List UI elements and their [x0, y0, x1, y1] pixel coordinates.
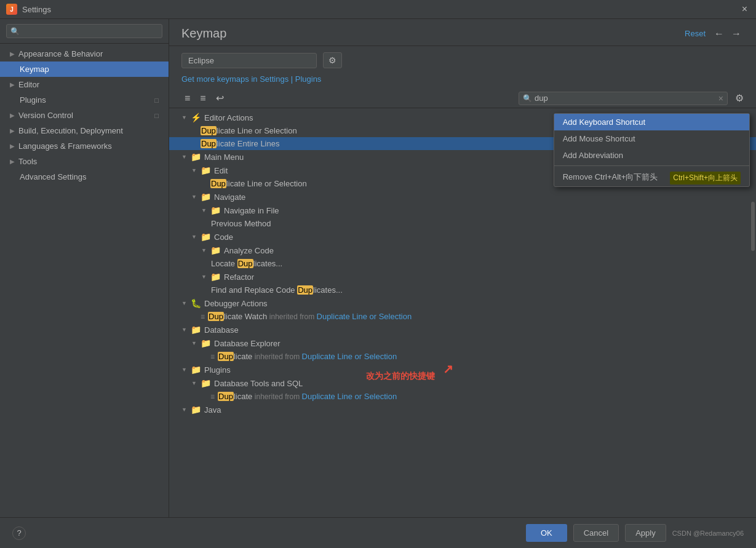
tree-label: Previous Method [211, 219, 271, 228]
arrow-icon: ▶ [10, 81, 15, 88]
gear-button[interactable]: ⚙ [323, 52, 342, 68]
forward-button[interactable]: → [729, 27, 744, 41]
content-area: Keymap Reset ← → Eclipse ⚙ Get more keym… [169, 19, 756, 517]
tree-item-dup-watch[interactable]: ≡ Duplicate Watch inherited from Duplica… [169, 310, 756, 323]
sidebar-item-plugins[interactable]: Plugins □ [0, 92, 169, 108]
reset-button[interactable]: Reset [685, 29, 706, 38]
tree-label: Duplicate Line or Selection [201, 126, 297, 135]
collapse-all-button[interactable]: ≡ [197, 92, 209, 105]
sidebar-label: Tools [18, 157, 37, 166]
expand-icon: ▼ [181, 367, 188, 373]
context-menu-add-abbreviation[interactable]: Add Abbreviation [554, 147, 749, 164]
content-header: Keymap Reset ← → [169, 19, 756, 46]
ok-button[interactable]: OK [526, 524, 567, 542]
tree-label: Refactor [224, 272, 254, 282]
folder-icon: 📁 [191, 325, 201, 335]
inherited-link[interactable]: Duplicate Line or Selection [302, 392, 397, 401]
sidebar-item-advanced[interactable]: Advanced Settings [0, 169, 169, 185]
back-button[interactable]: ← [712, 27, 726, 41]
tree-label: Duplicate Line or Selection [210, 179, 307, 188]
inherited-link[interactable]: Duplicate Line or Selection [317, 312, 412, 321]
arrow-icon: ▶ [10, 127, 15, 134]
sidebar-label: Version Control [18, 111, 73, 120]
sidebar-search-wrap[interactable]: 🔍 [6, 24, 162, 38]
tree-group-navigate[interactable]: ▼ 📁 Navigate [169, 190, 756, 204]
tree-group-analyze-code[interactable]: ▼ 📁 Analyze Code [169, 244, 756, 257]
highlight-dup: Dup [237, 259, 253, 268]
tree-group-code[interactable]: ▼ 📁 Code [169, 230, 756, 244]
plugin-badge: □ [154, 97, 159, 104]
sidebar-item-vcs[interactable]: ▶ Version Control □ [0, 108, 169, 123]
expand-icon: ▼ [181, 114, 188, 121]
tree-label: Debugger Actions [204, 299, 268, 308]
sidebar-items-list: ▶ Appearance & Behavior Keymap ▶ Editor … [0, 44, 169, 517]
close-button[interactable]: × [739, 4, 750, 15]
scrollbar-thumb[interactable] [751, 202, 755, 251]
tree-group-database[interactable]: ▼ 📁 Database [169, 323, 756, 336]
folder-icon: 📁 [210, 272, 221, 282]
tree-label: Plugins [204, 365, 231, 375]
folder-icon: 📁 [191, 152, 201, 162]
context-menu-add-mouse-shortcut[interactable]: Add Mouse Shortcut [554, 130, 749, 147]
expand-icon: ▼ [181, 327, 188, 333]
expand-icon: ▼ [201, 274, 207, 280]
tree-label: Duplicate inherited from Duplicate Line … [218, 352, 397, 361]
highlight-dup: Dup [218, 352, 234, 361]
tree-item-find-replace-dup[interactable]: Find and Replace Code Duplicates... [169, 284, 756, 296]
inherited-link[interactable]: Duplicate Line or Selection [302, 352, 397, 361]
sidebar-item-appearance[interactable]: ▶ Appearance & Behavior [0, 46, 169, 62]
keymap-search-input[interactable] [535, 93, 716, 103]
search-settings-button[interactable]: ⚙ [735, 92, 744, 104]
apply-button[interactable]: Apply [625, 524, 666, 542]
tree-item-plugin-dup[interactable]: ≡ Duplicate inherited from Duplicate Lin… [169, 390, 756, 403]
tree-label: Navigate [214, 193, 245, 202]
window-title: Settings [22, 5, 51, 14]
folder-icon: 📁 [201, 192, 211, 202]
tree-group-debugger-actions[interactable]: ▼ 🐛 Debugger Actions [169, 296, 756, 310]
tree-group-navigate-in-file[interactable]: ▼ 📁 Navigate in File [169, 204, 756, 217]
bottom-bar: ? OK Cancel Apply CSDN @Redamancy06 [0, 517, 756, 548]
expand-all-button[interactable]: ≡ [181, 92, 193, 105]
expand-icon: ▼ [191, 340, 197, 346]
expand-icon: ▼ [181, 407, 188, 413]
keymap-search-wrap[interactable]: 🔍 × [519, 92, 728, 105]
tree-label: Code [214, 232, 233, 242]
tree-group-db-explorer[interactable]: ▼ 📁 Database Explorer [169, 336, 756, 350]
sidebar-item-editor[interactable]: ▶ Editor [0, 77, 169, 92]
sidebar-item-build[interactable]: ▶ Build, Execution, Deployment [0, 123, 169, 138]
context-menu-add-keyboard-shortcut[interactable]: Add Keyboard Shortcut [554, 114, 749, 130]
arrow-icon: ▶ [10, 158, 15, 165]
keymap-link-row: Get more keymaps in Settings | Plugins [169, 74, 756, 89]
remove-label: Remove Ctrl+Alt+向下箭头 [563, 172, 658, 181]
sidebar-search-input[interactable] [22, 26, 158, 36]
tree-item-previous-method[interactable]: Previous Method [169, 217, 756, 230]
get-more-keymaps-link[interactable]: Get more keymaps in Settings | Plugins [181, 74, 321, 84]
tree-item-db-dup[interactable]: ≡ Duplicate inherited from Duplicate Lin… [169, 350, 756, 363]
app-icon: J [6, 4, 17, 15]
keymap-select[interactable]: Eclipse [181, 53, 317, 68]
tree-label: Editor Actions [204, 113, 253, 122]
sidebar-label: Appearance & Behavior [18, 49, 103, 58]
sidebar-item-languages[interactable]: ▶ Languages & Frameworks [0, 138, 169, 154]
sidebar-label: Languages & Frameworks [18, 141, 112, 151]
debugger-icon: 🐛 [191, 298, 201, 308]
folder-icon: 📁 [210, 245, 221, 255]
restore-button[interactable]: ↩ [213, 91, 227, 105]
tree-group-java[interactable]: ▼ 📁 Java [169, 403, 756, 416]
sidebar-item-tools[interactable]: ▶ Tools [0, 154, 169, 169]
tree-group-plugins[interactable]: ▼ 📁 Plugins [169, 363, 756, 376]
sidebar-item-keymap[interactable]: Keymap [0, 62, 169, 77]
tree-label: Locate Duplicates... [211, 259, 282, 268]
clear-search-button[interactable]: × [718, 93, 723, 103]
tree-group-db-tools-sql[interactable]: ▼ 📁 Database Tools and SQL [169, 376, 756, 390]
arrow-icon: ▶ [10, 143, 15, 149]
cancel-button[interactable]: Cancel [573, 524, 619, 542]
tree-item-locate-duplicates[interactable]: Locate Duplicates... [169, 257, 756, 270]
context-menu-separator [554, 165, 749, 166]
sidebar-label: Advanced Settings [20, 172, 86, 181]
tree-label: Database [204, 325, 239, 335]
tree-group-refactor[interactable]: ▼ 📁 Refactor [169, 270, 756, 284]
context-menu-remove-shortcut[interactable]: Remove Ctrl+Alt+向下箭头 Ctrl+Shift+向上箭头 [554, 168, 749, 186]
tree-label: Duplicate Entire Lines [201, 139, 279, 148]
help-button[interactable]: ? [12, 526, 26, 540]
